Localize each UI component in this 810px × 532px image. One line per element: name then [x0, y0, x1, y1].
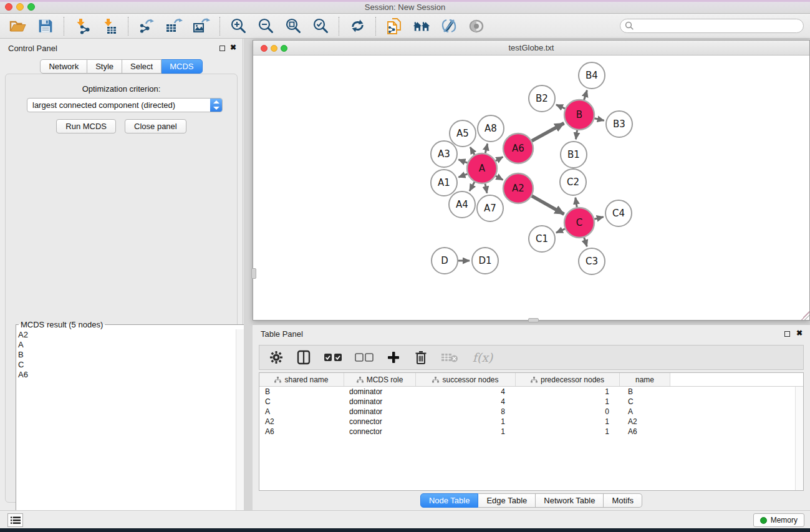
tab-style[interactable]: Style	[87, 59, 122, 74]
first-neighbors-button[interactable]	[412, 17, 431, 36]
tab-select[interactable]: Select	[122, 59, 162, 74]
graph-edge-A-A4[interactable]	[470, 182, 475, 191]
graph-edge-A-A2[interactable]	[496, 176, 503, 180]
tab-node-table[interactable]: Node Table	[420, 493, 479, 508]
graph-edge-A-A7[interactable]	[485, 184, 487, 193]
graph-edge-A-A8[interactable]	[485, 143, 487, 153]
column-type-icon	[274, 377, 281, 383]
table-row[interactable]: Bdominator41B	[259, 387, 795, 397]
table-row[interactable]: A6connector11A6	[259, 427, 795, 437]
control-panel: Control Panel ✖ Network Style Select MCD…	[0, 39, 243, 510]
float-table-panel-icon[interactable]	[784, 331, 790, 337]
zoom-fit-button[interactable]	[284, 17, 302, 36]
graph-edge-B-B1[interactable]	[576, 130, 577, 139]
graph-node-label-C1: C1	[536, 233, 548, 244]
import-table-button[interactable]	[100, 17, 119, 36]
column-header-name[interactable]: name	[619, 373, 670, 386]
graph-edge-B-B4[interactable]	[584, 90, 587, 100]
select-all-rows-button[interactable]	[323, 349, 343, 365]
table-row[interactable]: A2connector11A2	[259, 417, 795, 427]
table-options-gear-button[interactable]	[268, 349, 284, 365]
delete-columns-button[interactable]	[413, 349, 429, 365]
export-network-button[interactable]	[137, 17, 156, 36]
canvas-horizontal-scrollbar-thumb[interactable]	[528, 318, 539, 322]
graph-node-label-A6: A6	[512, 143, 524, 154]
desktop-area: testGlobe.txt AA1A2A3A4A5A6A7A8BB1B2B3B4…	[244, 39, 810, 510]
graphics-details-button[interactable]	[440, 17, 458, 36]
table-cell: dominator	[344, 397, 415, 407]
birds-eye-view-button[interactable]	[467, 17, 486, 36]
deselect-all-rows-button[interactable]	[354, 349, 374, 365]
window-resize-grip[interactable]	[801, 311, 809, 320]
table-cell: dominator	[344, 407, 415, 417]
graph-edge-A6-B[interactable]	[532, 123, 564, 141]
float-panel-icon[interactable]	[219, 46, 225, 51]
show-columns-button[interactable]	[296, 349, 312, 365]
task-history-button[interactable]	[7, 513, 23, 527]
run-mcds-button[interactable]: Run MCDS	[56, 119, 116, 133]
export-image-button[interactable]	[192, 17, 211, 36]
table-options-gear-icon	[269, 351, 283, 364]
graph-edge-A2-C[interactable]	[532, 196, 564, 214]
delete-table-button[interactable]	[440, 349, 459, 365]
desktop-background-strip	[0, 528, 810, 532]
show-columns-icon	[297, 350, 311, 365]
graph-edge-B-B3[interactable]	[594, 118, 604, 121]
graph-edge-A-A5[interactable]	[470, 147, 475, 155]
mcds-result-item[interactable]: C	[18, 360, 236, 370]
graph-edge-A-A1[interactable]	[458, 174, 467, 177]
graph-edge-C-C3[interactable]	[584, 238, 587, 246]
mcds-result-item[interactable]: B	[18, 350, 236, 360]
table-panel-title: Table Panel	[261, 329, 303, 339]
network-window-titlebar[interactable]: testGlobe.txt	[253, 41, 809, 56]
zoom-in-button[interactable]	[229, 17, 248, 36]
close-table-panel-icon[interactable]: ✖	[796, 329, 803, 337]
column-header-shared-name[interactable]: shared name	[259, 373, 344, 386]
new-network-from-selection-button[interactable]	[385, 17, 403, 36]
search-input[interactable]	[620, 19, 804, 33]
memory-button[interactable]: Memory	[753, 513, 804, 527]
canvas-vertical-scrollbar-thumb[interactable]	[251, 268, 256, 279]
graph-node-label-B: B	[576, 109, 582, 120]
network-canvas[interactable]: AA1A2A3A4A5A6A7A8BB1B2B3B4CC1C2C3C4DD1	[254, 56, 809, 320]
criterion-dropdown[interactable]: largest connected component (directed)	[27, 98, 223, 112]
table-row[interactable]: Adominator80A	[259, 407, 795, 417]
graph-edge-C-C4[interactable]	[594, 217, 603, 219]
table-scrollbar[interactable]	[795, 387, 803, 490]
import-table-icon	[102, 18, 118, 34]
tab-mcds[interactable]: MCDS	[162, 59, 202, 74]
column-header-mcds-role[interactable]: MCDS role	[344, 373, 415, 386]
column-header-predecessor-nodes[interactable]: predecessor nodes	[515, 373, 619, 386]
mcds-result-item[interactable]: A	[18, 340, 236, 350]
import-network-button[interactable]	[73, 17, 92, 36]
graph-node-label-D: D	[441, 255, 448, 266]
table-row[interactable]: Cdominator41C	[259, 397, 795, 407]
function-builder-button[interactable]: f(x)	[470, 349, 495, 365]
tab-motifs[interactable]: Motifs	[604, 493, 642, 508]
table-cell: A2	[619, 417, 670, 427]
graph-edge-B-B2[interactable]	[556, 105, 565, 109]
mcds-result-item[interactable]: A6	[18, 370, 236, 380]
mcds-result-item[interactable]: A2	[18, 330, 236, 340]
graph-edge-A-A3[interactable]	[458, 160, 467, 163]
tab-network[interactable]: Network	[40, 59, 87, 74]
open-session-button[interactable]	[9, 17, 27, 36]
refresh-view-button[interactable]	[348, 17, 367, 36]
close-panel-button[interactable]: Close panel	[125, 119, 186, 133]
graph-node-label-A7: A7	[484, 203, 496, 214]
table-toolbar: f(x)	[259, 345, 804, 370]
table-cell: 8	[415, 407, 515, 417]
graph-edge-C-C2[interactable]	[576, 198, 577, 208]
tab-edge-table[interactable]: Edge Table	[478, 493, 536, 508]
mcds-list-scrollbar[interactable]	[236, 329, 244, 532]
column-header-successor-nodes[interactable]: successor nodes	[415, 373, 515, 386]
zoom-out-button[interactable]	[256, 17, 275, 36]
close-panel-icon[interactable]: ✖	[230, 43, 236, 52]
tab-network-table[interactable]: Network Table	[536, 493, 604, 508]
create-column-button[interactable]	[385, 349, 402, 365]
export-table-button[interactable]	[165, 17, 183, 36]
zoom-selected-button[interactable]	[311, 17, 330, 36]
graph-edge-C-C1[interactable]	[556, 229, 565, 233]
save-session-button[interactable]	[36, 17, 55, 36]
graph-edge-A-A6[interactable]	[496, 157, 503, 161]
